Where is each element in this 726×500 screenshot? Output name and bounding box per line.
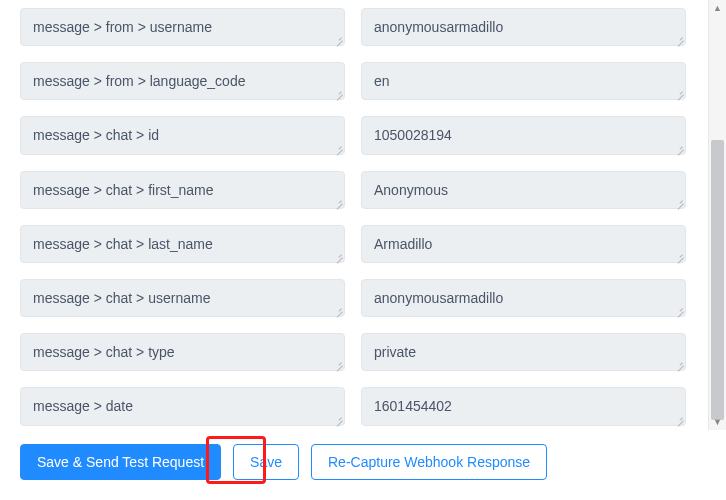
- field-path-input[interactable]: message > chat > id: [20, 116, 345, 154]
- field-value-text: anonymousarmadillo: [374, 290, 503, 306]
- resize-handle-icon[interactable]: [333, 251, 343, 261]
- field-path-input[interactable]: message > date: [20, 387, 345, 425]
- field-path-input[interactable]: message > from > username: [20, 8, 345, 46]
- save-send-test-button[interactable]: Save & Send Test Request: [20, 444, 221, 480]
- resize-handle-icon[interactable]: [333, 359, 343, 369]
- field-row: message > chat > username anonymousarmad…: [0, 275, 706, 329]
- resize-handle-icon[interactable]: [674, 143, 684, 153]
- vertical-scrollbar[interactable]: ▲ ▼: [708, 0, 726, 430]
- resize-handle-icon[interactable]: [333, 197, 343, 207]
- field-value-input[interactable]: private: [361, 333, 686, 371]
- save-button[interactable]: Save: [233, 444, 299, 480]
- field-row: message > chat > last_name Armadillo: [0, 221, 706, 275]
- field-path-input[interactable]: message > chat > first_name: [20, 171, 345, 209]
- field-row: message > chat > id 1050028194: [0, 112, 706, 166]
- resize-handle-icon[interactable]: [674, 34, 684, 44]
- field-value-text: Anonymous: [374, 182, 448, 198]
- field-value-text: 1050028194: [374, 127, 452, 143]
- field-value-text: anonymousarmadillo: [374, 19, 503, 35]
- resize-handle-icon[interactable]: [333, 34, 343, 44]
- field-path-input[interactable]: message > chat > type: [20, 333, 345, 371]
- field-path-input[interactable]: message > chat > last_name: [20, 225, 345, 263]
- resize-handle-icon[interactable]: [674, 305, 684, 315]
- field-path-text: message > chat > type: [33, 344, 175, 360]
- field-value-input[interactable]: anonymousarmadillo: [361, 279, 686, 317]
- field-path-input[interactable]: message > from > language_code: [20, 62, 345, 100]
- field-value-text: Armadillo: [374, 236, 432, 252]
- field-value-input[interactable]: en: [361, 62, 686, 100]
- field-path-text: message > from > username: [33, 19, 212, 35]
- field-row: message > date 1601454402: [0, 383, 706, 430]
- field-value-text: private: [374, 344, 416, 360]
- field-row: message > chat > first_name Anonymous: [0, 167, 706, 221]
- field-path-text: message > chat > last_name: [33, 236, 213, 252]
- field-row: message > from > username anonymousarmad…: [0, 4, 706, 58]
- field-row: message > from > language_code en: [0, 58, 706, 112]
- field-value-text: en: [374, 73, 390, 89]
- scroll-down-arrow-icon[interactable]: ▼: [709, 414, 726, 430]
- field-value-input[interactable]: 1050028194: [361, 116, 686, 154]
- form-scroll-area[interactable]: message > from > username anonymousarmad…: [0, 0, 706, 430]
- field-path-input[interactable]: message > chat > username: [20, 279, 345, 317]
- field-value-input[interactable]: 1601454402: [361, 387, 686, 425]
- field-path-text: message > chat > id: [33, 127, 159, 143]
- scrollbar-thumb[interactable]: [711, 140, 724, 420]
- field-value-input[interactable]: Anonymous: [361, 171, 686, 209]
- resize-handle-icon[interactable]: [674, 197, 684, 207]
- field-row: message > chat > type private: [0, 329, 706, 383]
- resize-handle-icon[interactable]: [333, 143, 343, 153]
- field-value-input[interactable]: Armadillo: [361, 225, 686, 263]
- field-path-text: message > from > language_code: [33, 73, 245, 89]
- resize-handle-icon[interactable]: [674, 359, 684, 369]
- action-button-bar: Save & Send Test Request Save Re-Capture…: [0, 430, 726, 494]
- field-path-text: message > date: [33, 398, 133, 414]
- field-path-text: message > chat > first_name: [33, 182, 214, 198]
- field-value-text: 1601454402: [374, 398, 452, 414]
- resize-handle-icon[interactable]: [674, 414, 684, 424]
- scroll-up-arrow-icon[interactable]: ▲: [709, 0, 726, 16]
- field-value-input[interactable]: anonymousarmadillo: [361, 8, 686, 46]
- resize-handle-icon[interactable]: [333, 414, 343, 424]
- recapture-webhook-button[interactable]: Re-Capture Webhook Response: [311, 444, 547, 480]
- resize-handle-icon[interactable]: [333, 88, 343, 98]
- resize-handle-icon[interactable]: [674, 88, 684, 98]
- field-path-text: message > chat > username: [33, 290, 210, 306]
- resize-handle-icon[interactable]: [674, 251, 684, 261]
- resize-handle-icon[interactable]: [333, 305, 343, 315]
